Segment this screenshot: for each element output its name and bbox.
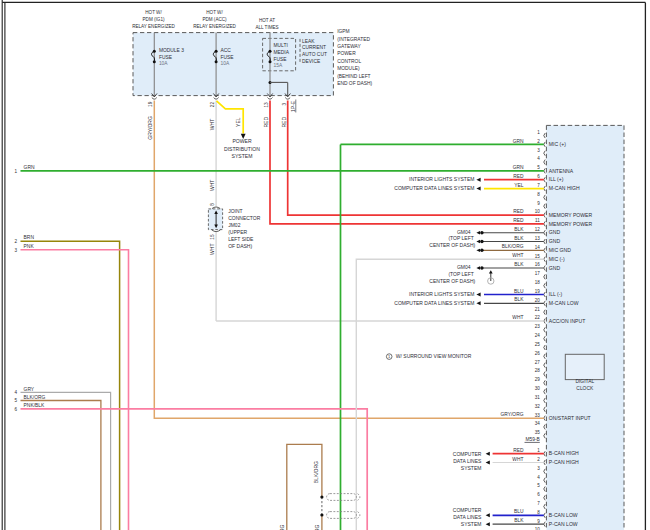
svg-text:32: 32 [535, 404, 541, 409]
svg-text:28: 28 [535, 368, 541, 373]
svg-text:14: 14 [535, 245, 541, 250]
svg-text:MODULE 3: MODULE 3 [159, 48, 184, 53]
svg-text:31: 31 [535, 395, 541, 400]
svg-text:34: 34 [535, 421, 541, 426]
svg-text:SYSTEM: SYSTEM [461, 465, 482, 471]
svg-text:25: 25 [535, 342, 541, 347]
svg-text:GM04: GM04 [457, 229, 471, 235]
svg-text:1P-E: 1P-E [290, 100, 296, 112]
svg-text:PNK: PNK [24, 244, 35, 249]
svg-text:RED: RED [513, 174, 524, 179]
svg-text:3: 3 [282, 103, 287, 106]
svg-text:B-CAN LOW: B-CAN LOW [549, 512, 578, 518]
svg-text:18: 18 [535, 280, 541, 285]
svg-text:33: 33 [535, 413, 541, 418]
svg-text:M59-B: M59-B [525, 437, 539, 442]
svg-text:DISTRIBUTION: DISTRIBUTION [224, 146, 260, 152]
svg-text:PNK/BLK: PNK/BLK [24, 403, 45, 408]
svg-text:GRN: GRN [513, 165, 524, 170]
svg-text:6: 6 [537, 174, 540, 179]
svg-text:OF DASH): OF DASH) [228, 243, 252, 249]
svg-text:HOT W/: HOT W/ [206, 10, 223, 15]
svg-text:ANTENNA: ANTENNA [549, 168, 574, 174]
svg-text:CONTROL: CONTROL [337, 59, 361, 64]
svg-text:FUSE: FUSE [221, 55, 235, 60]
svg-text:RED: RED [513, 448, 524, 453]
svg-text:POWER: POWER [232, 138, 252, 144]
svg-text:4: 4 [537, 156, 540, 161]
svg-text:DATA LINES: DATA LINES [453, 458, 482, 464]
svg-text:15A: 15A [274, 63, 283, 68]
svg-text:22: 22 [535, 315, 541, 320]
svg-text:IGPM: IGPM [337, 29, 350, 34]
svg-text:DEVICE: DEVICE [302, 59, 321, 64]
svg-text:GRY/ORG: GRY/ORG [147, 116, 153, 140]
svg-text:GRY/ORG: GRY/ORG [500, 412, 523, 417]
svg-text:P-CAN HIGH: P-CAN HIGH [549, 459, 579, 465]
svg-text:29: 29 [535, 377, 541, 382]
svg-text:BLK/ORG: BLK/ORG [314, 524, 320, 530]
svg-text:MEMORY POWER: MEMORY POWER [549, 212, 593, 218]
svg-text:WHT: WHT [209, 119, 215, 130]
svg-text:COMPUTER DATA LINES SYSTEM: COMPUTER DATA LINES SYSTEM [394, 185, 474, 191]
svg-text:YEL: YEL [235, 117, 241, 127]
svg-text:INTERIOR LIGHTS SYSTEM: INTERIOR LIGHTS SYSTEM [409, 176, 474, 182]
svg-text:9: 9 [537, 519, 540, 524]
svg-text:BLK: BLK [514, 236, 524, 241]
svg-text:M-CAN LOW: M-CAN LOW [549, 300, 579, 306]
svg-text:ILL (-): ILL (-) [549, 291, 563, 297]
svg-text:CLOCK: CLOCK [576, 386, 594, 391]
svg-text:MODULE): MODULE) [337, 66, 360, 71]
svg-text:27: 27 [535, 360, 541, 365]
svg-text:SYSTEM: SYSTEM [232, 153, 253, 159]
svg-text:RELAY ENERGIZED: RELAY ENERGIZED [193, 24, 236, 29]
svg-text:COMPUTER: COMPUTER [453, 507, 482, 513]
svg-text:FUSE: FUSE [159, 55, 173, 60]
svg-text:RED: RED [281, 117, 287, 128]
svg-text:3: 3 [14, 248, 17, 253]
svg-text:6: 6 [14, 407, 17, 412]
svg-text:MIC GND: MIC GND [549, 247, 571, 253]
svg-text:24: 24 [535, 333, 541, 338]
svg-text:BLK/ORG: BLK/ORG [502, 244, 524, 249]
svg-text:(UPPER: (UPPER [228, 229, 247, 235]
svg-text:13: 13 [264, 102, 269, 108]
svg-text:CONNECTOR: CONNECTOR [228, 215, 261, 221]
svg-text:11: 11 [535, 218, 540, 223]
svg-text:10A: 10A [221, 61, 230, 66]
svg-text:21: 21 [535, 307, 541, 312]
svg-text:BLK: BLK [514, 297, 524, 302]
svg-text:COMPUTER DATA LINES SYSTEM: COMPUTER DATA LINES SYSTEM [394, 300, 474, 306]
svg-text:ALL TIMES: ALL TIMES [255, 25, 278, 30]
svg-text:23: 23 [535, 324, 541, 329]
svg-text:M-CAN HIGH: M-CAN HIGH [549, 185, 580, 191]
svg-text:19: 19 [148, 101, 153, 107]
svg-text:17: 17 [535, 271, 541, 276]
svg-text:PDM (ACC): PDM (ACC) [202, 17, 227, 22]
svg-text:8: 8 [210, 203, 215, 206]
svg-text:10: 10 [535, 209, 541, 214]
svg-text:BLK/ORG: BLK/ORG [24, 395, 46, 400]
svg-text:12: 12 [535, 227, 541, 232]
svg-text:(INTEGRATED: (INTEGRATED [337, 37, 370, 42]
svg-text:CURRENT: CURRENT [302, 45, 326, 50]
svg-text:16: 16 [535, 262, 541, 267]
svg-text:SYSTEM: SYSTEM [461, 521, 482, 527]
svg-text:POWER: POWER [337, 51, 356, 56]
svg-text:RED: RED [513, 218, 524, 223]
svg-text:GND: GND [549, 265, 561, 271]
svg-text:5: 5 [537, 483, 540, 488]
svg-text:26: 26 [535, 351, 541, 356]
svg-text:WHT: WHT [512, 253, 523, 258]
svg-text:BLK/ORG: BLK/ORG [279, 524, 285, 530]
svg-text:9: 9 [537, 201, 540, 206]
svg-text:5: 5 [537, 165, 540, 170]
svg-text:3: 3 [537, 466, 540, 471]
svg-text:6: 6 [537, 492, 540, 497]
svg-text:RED: RED [513, 209, 524, 214]
svg-text:3: 3 [537, 148, 540, 153]
svg-text:1: 1 [537, 448, 540, 453]
svg-text:MULTI: MULTI [274, 43, 288, 48]
svg-text:MIC (-): MIC (-) [549, 256, 565, 262]
svg-text:22: 22 [210, 102, 215, 108]
